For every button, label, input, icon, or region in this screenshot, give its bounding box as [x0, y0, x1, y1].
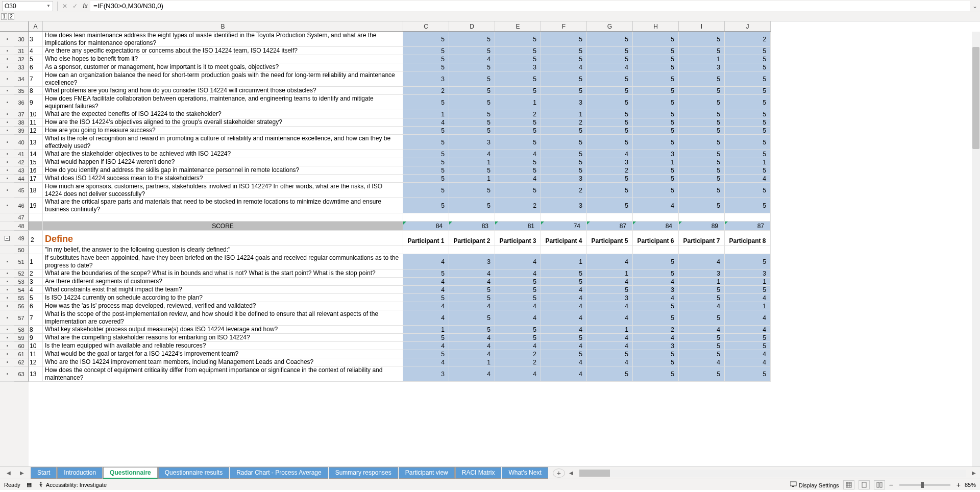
cell-B62[interactable]: Who are the ISO 14224 improvement team m…	[43, 358, 403, 366]
row-header-63[interactable]: 63	[14, 366, 29, 382]
cell-I51[interactable]: 4	[679, 254, 725, 269]
cell-H44[interactable]: 5	[633, 175, 679, 183]
outline-cell[interactable]	[0, 222, 14, 231]
cell-G46[interactable]: 5	[587, 198, 633, 213]
cell-J36[interactable]: 5	[725, 95, 771, 110]
cell-C57[interactable]: 4	[403, 310, 449, 326]
cell-A49[interactable]: 2	[29, 231, 43, 246]
cell-I35[interactable]: 5	[679, 87, 725, 95]
cell-I52[interactable]: 3	[679, 269, 725, 278]
cell-F51[interactable]: 1	[541, 254, 587, 269]
cell-G53[interactable]: 4	[587, 278, 633, 286]
tab-nav-next-icon[interactable]: ▶	[20, 470, 24, 476]
cell-E30[interactable]: 5	[495, 32, 541, 47]
cell-E57[interactable]: 4	[495, 310, 541, 326]
zoom-slider-thumb[interactable]	[921, 482, 924, 488]
cell-D58[interactable]: 5	[449, 326, 495, 334]
cell-I33[interactable]: 3	[679, 63, 725, 71]
row-header-41[interactable]: 41	[14, 150, 29, 158]
cell-B60[interactable]: Is the team equipped with available and …	[43, 342, 403, 350]
cell-H58[interactable]: 2	[633, 326, 679, 334]
cell-C40[interactable]: 5	[403, 135, 449, 150]
cell-H55[interactable]: 4	[633, 294, 679, 302]
cell-C56[interactable]: 4	[403, 302, 449, 310]
cell-I53[interactable]: 1	[679, 278, 725, 286]
outline-cell[interactable]	[0, 334, 14, 342]
cell-H61[interactable]: 5	[633, 350, 679, 358]
cell-I37[interactable]: 5	[679, 110, 725, 118]
row-header-49[interactable]: 49	[14, 231, 29, 246]
outline-cell[interactable]	[0, 278, 14, 286]
zoom-out-button[interactable]: −	[889, 481, 893, 489]
cell-J61[interactable]: 4	[725, 350, 771, 358]
cell-H52[interactable]: 5	[633, 269, 679, 278]
cell-J57[interactable]: 4	[725, 310, 771, 326]
cell-H47[interactable]	[633, 213, 679, 222]
cell-D47[interactable]	[449, 213, 495, 222]
cell-A37[interactable]: 10	[29, 110, 43, 118]
cell-J53[interactable]: 1	[725, 278, 771, 286]
cell-F60[interactable]: 4	[541, 342, 587, 350]
row-header-40[interactable]: 40	[14, 135, 29, 150]
cell-G43[interactable]: 2	[587, 166, 633, 175]
cell-I47[interactable]	[679, 213, 725, 222]
cell-D36[interactable]: 5	[449, 95, 495, 110]
cell-J32[interactable]: 5	[725, 55, 771, 63]
cell-E36[interactable]: 1	[495, 95, 541, 110]
cell-B33[interactable]: As a sponsor, customer or management, ho…	[43, 63, 403, 71]
cell-C63[interactable]: 3	[403, 366, 449, 382]
outline-cell[interactable]	[0, 32, 14, 47]
page-break-view-button[interactable]	[874, 480, 885, 489]
sheet-tab-questionnaire-results[interactable]: Questionnaire results	[158, 467, 229, 479]
outline-cell[interactable]	[0, 366, 14, 382]
cell-I31[interactable]: 5	[679, 47, 725, 55]
cell-F41[interactable]: 5	[541, 150, 587, 158]
cell-A46[interactable]: 19	[29, 198, 43, 213]
cell-E59[interactable]: 5	[495, 334, 541, 342]
cell-A58[interactable]: 8	[29, 326, 43, 334]
cell-H43[interactable]: 5	[633, 166, 679, 175]
row-header-37[interactable]: 37	[14, 110, 29, 118]
row-header-56[interactable]: 56	[14, 302, 29, 310]
hscroll-thumb[interactable]	[579, 470, 610, 477]
cell-J47[interactable]	[725, 213, 771, 222]
cell-A54[interactable]: 4	[29, 286, 43, 294]
row-header-53[interactable]: 53	[14, 278, 29, 286]
cell-A35[interactable]: 8	[29, 87, 43, 95]
cell-D48[interactable]: 83	[449, 222, 495, 231]
outline-cell[interactable]	[0, 166, 14, 175]
cell-D49[interactable]: Participant 2	[449, 231, 495, 246]
cell-F30[interactable]: 5	[541, 32, 587, 47]
outline-collapse-icon[interactable]: −	[5, 236, 10, 241]
outline-cell[interactable]: −	[0, 231, 14, 246]
accessibility-button[interactable]: Accessibility: Investigate	[38, 482, 107, 488]
row-header-39[interactable]: 39	[14, 127, 29, 135]
cell-F39[interactable]: 5	[541, 127, 587, 135]
cell-F50[interactable]	[541, 246, 587, 254]
column-header-F[interactable]: F	[541, 21, 587, 31]
zoom-slider[interactable]	[899, 484, 950, 486]
cell-F47[interactable]	[541, 213, 587, 222]
cell-J33[interactable]: 5	[725, 63, 771, 71]
macro-record-icon[interactable]: ▦	[27, 481, 32, 488]
row-header-42[interactable]: 42	[14, 158, 29, 166]
outline-cell[interactable]	[0, 71, 14, 87]
cell-D54[interactable]: 5	[449, 286, 495, 294]
cell-D63[interactable]: 4	[449, 366, 495, 382]
outline-cell[interactable]	[0, 95, 14, 110]
cell-D30[interactable]: 5	[449, 32, 495, 47]
cell-A31[interactable]: 4	[29, 47, 43, 55]
cell-I57[interactable]: 5	[679, 310, 725, 326]
cell-D32[interactable]: 4	[449, 55, 495, 63]
cell-H53[interactable]: 4	[633, 278, 679, 286]
row-header-57[interactable]: 57	[14, 310, 29, 326]
cell-G32[interactable]: 5	[587, 55, 633, 63]
cell-B48[interactable]: SCORE	[43, 222, 403, 231]
outline-cell[interactable]	[0, 135, 14, 150]
cell-A63[interactable]: 13	[29, 366, 43, 382]
cell-C37[interactable]: 1	[403, 110, 449, 118]
cell-F61[interactable]: 5	[541, 350, 587, 358]
cell-H30[interactable]: 5	[633, 32, 679, 47]
cell-J62[interactable]: 4	[725, 358, 771, 366]
cell-G41[interactable]: 4	[587, 150, 633, 158]
